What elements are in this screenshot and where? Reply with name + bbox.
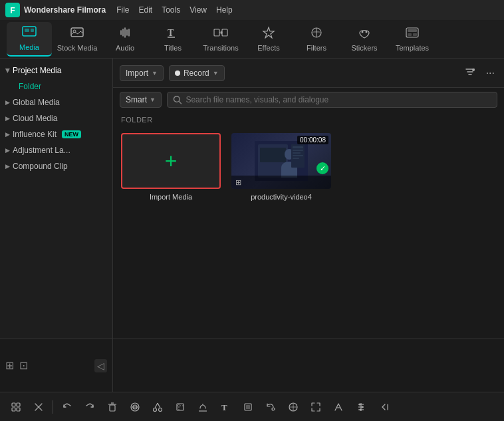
btm-undo[interactable] xyxy=(57,397,78,417)
sidebar-item-global-media[interactable]: ▶ Global Media xyxy=(0,94,112,110)
svg-point-14 xyxy=(362,31,364,33)
effects-icon xyxy=(261,27,276,42)
btm-scale[interactable] xyxy=(305,397,326,417)
svg-line-44 xyxy=(155,403,158,408)
sidebar-item-cloud-media[interactable]: ▶ Cloud Media xyxy=(0,110,112,126)
svg-rect-10 xyxy=(222,29,227,36)
btm-freeze[interactable] xyxy=(237,397,259,417)
toolbar-stock[interactable]: Stock Media xyxy=(55,22,100,57)
stickers-icon xyxy=(357,27,372,42)
svg-rect-3 xyxy=(25,29,29,32)
search-input[interactable] xyxy=(186,95,491,104)
btm-mosaic[interactable] xyxy=(283,397,304,417)
svg-rect-30 xyxy=(293,152,301,154)
svg-rect-34 xyxy=(17,403,20,406)
btm-mixer[interactable] xyxy=(350,397,372,417)
search-bar: Smart ▼ xyxy=(113,88,504,112)
smart-dropdown[interactable]: Smart ▼ xyxy=(120,92,162,108)
toolbar-transitions[interactable]: Transitions xyxy=(198,22,243,57)
collapse-sidebar-button[interactable]: ◁ xyxy=(94,359,107,372)
svg-rect-53 xyxy=(246,405,250,409)
compound-clip-label: Compound Clip xyxy=(13,162,68,171)
menu-view[interactable]: View xyxy=(189,5,207,15)
add-track-icon[interactable]: ⊞ xyxy=(5,359,14,372)
svg-rect-31 xyxy=(293,155,303,156)
sidebar-item-compound-clip[interactable]: ▶ Compound Clip xyxy=(0,158,112,174)
video-check-badge: ✓ xyxy=(316,162,328,174)
app-logo: F Wondershare Filmora xyxy=(5,3,106,17)
menu-file[interactable]: File xyxy=(116,5,129,15)
btm-color[interactable] xyxy=(328,397,349,417)
import-button[interactable]: Import ▼ xyxy=(120,65,164,81)
sidebar-item-adjustment-la[interactable]: ▶ Adjustment La... xyxy=(0,142,112,158)
toolbar-filters[interactable]: Filters xyxy=(294,22,339,57)
btm-cut[interactable] xyxy=(147,397,168,417)
toolbar-audio[interactable]: Audio xyxy=(102,22,148,57)
transitions-icon xyxy=(213,27,228,42)
video-controls-bar: ⊞ xyxy=(231,176,331,189)
menu-edit[interactable]: Edit xyxy=(138,5,152,15)
content-toolbar: Import ▼ Record ▼ ··· xyxy=(113,59,504,88)
more-options-button[interactable]: ··· xyxy=(483,65,497,82)
import-label: Import xyxy=(126,69,148,78)
btm-ripple[interactable] xyxy=(124,397,146,417)
search-icon xyxy=(173,95,182,104)
svg-rect-19 xyxy=(413,33,417,36)
smart-dropdown-arrow: ▼ xyxy=(150,96,156,103)
btm-audio-detach[interactable] xyxy=(192,397,213,417)
influence-kit-arrow: ▶ xyxy=(5,131,10,138)
toolbar-titles[interactable]: T Titles xyxy=(150,22,195,57)
main-area: ▶ Project Media Folder ▶ Global Media ▶ … xyxy=(0,59,504,339)
sidebar-item-folder[interactable]: Folder xyxy=(0,78,112,94)
import-media-label: Import Media xyxy=(150,193,192,201)
filter-button[interactable] xyxy=(462,64,478,82)
svg-point-54 xyxy=(272,408,275,410)
menu-help[interactable]: Help xyxy=(216,5,233,15)
btm-delete[interactable] xyxy=(102,397,123,417)
import-dropdown-arrow: ▼ xyxy=(152,70,158,76)
toolbar-stickers[interactable]: Stickers xyxy=(342,22,387,57)
btm-reverse[interactable] xyxy=(260,397,281,417)
toolbar-transitions-label: Transitions xyxy=(203,44,238,52)
app-logo-icon: F xyxy=(5,3,20,17)
toolbar-titles-label: Titles xyxy=(164,44,182,52)
svg-point-63 xyxy=(359,403,361,405)
toolbar-effects[interactable]: Effects xyxy=(246,22,291,57)
svg-line-45 xyxy=(158,403,160,408)
svg-marker-11 xyxy=(263,27,274,38)
btm-collapse-right[interactable] xyxy=(373,397,394,417)
svg-rect-29 xyxy=(293,150,303,151)
btm-text[interactable]: T xyxy=(215,397,236,417)
toolbar-templates[interactable]: Templates xyxy=(390,22,435,57)
media-icon xyxy=(22,26,37,41)
btm-crop[interactable] xyxy=(170,397,191,417)
video-media-item[interactable]: 00:00:08 ⊞ ✓ productivity-video4 xyxy=(231,133,331,333)
sidebar-item-influence-kit[interactable]: ▶ Influence Kit NEW xyxy=(0,126,112,142)
toolbar-stickers-label: Stickers xyxy=(351,44,377,52)
svg-line-22 xyxy=(179,101,181,103)
record-button[interactable]: Record ▼ xyxy=(169,65,225,81)
toolbar-filters-label: Filters xyxy=(307,44,326,52)
btm-trim-tool[interactable] xyxy=(28,397,49,417)
bottom-right-panel xyxy=(113,339,504,392)
svg-text:T: T xyxy=(221,402,227,412)
cloud-media-label: Cloud Media xyxy=(13,114,57,123)
toolbar-media[interactable]: Media xyxy=(7,22,52,57)
svg-point-43 xyxy=(159,408,162,411)
adjustment-la-arrow: ▶ xyxy=(5,147,10,154)
cloud-media-arrow: ▶ xyxy=(5,115,10,122)
btm-select-tool[interactable] xyxy=(5,397,27,417)
btm-redo[interactable] xyxy=(79,397,100,417)
main-toolbar: Media Stock Media Audio T Titles xyxy=(0,20,504,59)
toolbar-effects-label: Effects xyxy=(257,44,279,52)
toolbar-templates-label: Templates xyxy=(396,44,429,52)
bottom-panel: ⊞ ⊡ ◁ xyxy=(0,339,504,392)
svg-rect-28 xyxy=(293,146,303,148)
new-sequence-icon[interactable]: ⊡ xyxy=(19,359,28,372)
svg-point-64 xyxy=(362,406,364,408)
import-media-item[interactable]: + Import Media xyxy=(121,133,221,333)
import-media-thumb: + xyxy=(121,133,221,189)
sidebar-item-project-media[interactable]: ▶ Project Media xyxy=(0,63,112,78)
titles-icon: T xyxy=(166,27,180,42)
menu-tools[interactable]: Tools xyxy=(162,5,180,15)
